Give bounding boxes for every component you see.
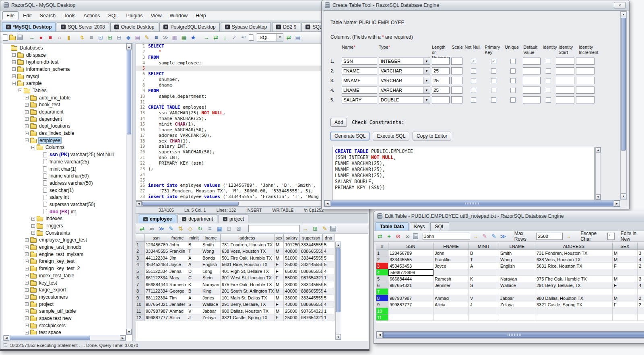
table-cell[interactable]: 5631 Rice, Houston TX [535,263,613,269]
go-arrow-icon[interactable]: → [472,232,479,240]
table-cell[interactable]: M [275,241,284,248]
tree-item[interactable]: +information_schema [3,66,126,73]
not-null-checkbox[interactable] [471,68,476,74]
column-type-select[interactable]: VARCHAR▼ [379,67,430,74]
table-cell[interactable]: 333445555 [300,281,323,288]
table-cell[interactable]: 731 Fondren, Houston TX [535,250,613,256]
tree-item[interactable]: +foreign_key_test_2 [3,265,126,272]
not-null-checkbox[interactable]: ✓ [471,59,476,64]
columns-icon[interactable]: ≡ [206,225,214,233]
table-cell[interactable]: 4 [323,268,334,275]
column-header-fname[interactable]: fname [168,234,187,241]
tree-expander-icon[interactable]: + [25,110,29,114]
scrollbar-thumb[interactable] [142,202,239,206]
scrollbar-thumb[interactable] [331,201,613,206]
table-cell[interactable] [469,308,499,314]
scroll-right-icon[interactable]: ▶ [120,335,126,341]
tree-expander-icon[interactable]: + [25,96,29,99]
table-cell[interactable]: 888666555 [300,301,323,308]
table-cell[interactable]: 1 [323,275,334,282]
new-connection-icon[interactable]: ● [37,33,45,41]
tree-expander-icon[interactable]: + [25,331,29,334]
unique-checkbox[interactable] [510,97,516,103]
menu-edit[interactable]: Edit [19,12,35,20]
table-cell[interactable]: 5 [323,241,334,248]
column-header-sex[interactable]: sex [275,234,284,241]
table-cell[interactable]: Narayan [499,276,535,282]
reload-icon[interactable]: ↻ [196,225,204,233]
tree-item[interactable]: superssn varchar(50) [3,201,126,208]
tree-item[interactable]: +project [3,301,126,308]
profile-icon[interactable]: ▥ [171,33,179,41]
tree-expander-icon[interactable]: + [25,117,29,121]
chevron-down-icon[interactable]: ▼ [423,58,430,64]
copy-results-icon[interactable]: ⊟ [115,33,123,41]
validate-icon[interactable]: ✓ [230,33,238,41]
column-header-fname[interactable]: FNAME [433,243,469,250]
table-cell[interactable]: Narayan [201,281,221,288]
column-header-ssn[interactable]: SSN [388,243,433,250]
auto-commit-icon[interactable]: ⇄ [285,33,293,41]
table-cell[interactable]: 731 Fondren, Houston TX [221,241,275,248]
table-cell[interactable]: M [275,308,284,315]
close-tab-icon[interactable]: × [182,217,186,221]
table-cell[interactable]: 201 South St, Arlington TX [221,288,275,295]
column-type-select[interactable]: VARCHAR▼ [379,77,430,84]
table-row[interactable]: 3453453453JoyceAEnglish5631 Rice, Housto… [376,263,644,269]
column-type-select[interactable]: DOUBLE▼ [379,96,430,103]
menu-view[interactable]: View [147,12,165,20]
table-cell[interactable]: 333445555 [300,241,323,248]
new-file-icon[interactable] [3,34,8,41]
table-cell[interactable]: 5566778899 [388,269,433,276]
table-row[interactable]: 10987654321JenniferSWallace291 Berry, Be… [136,301,334,308]
table-row[interactable]: 1123456789JohnBSmith731 Fondren, Houston… [136,241,334,248]
table-cell[interactable] [535,308,613,314]
table-cell[interactable]: M [275,281,284,288]
table-cell[interactable]: B [187,241,201,248]
table-cell[interactable]: F [275,268,284,275]
table-cell[interactable] [499,269,535,276]
table-cell[interactable]: J [469,301,499,308]
results-vertical-scrollbar[interactable]: ▲ ▼ [335,241,341,340]
tree-expander-icon[interactable]: − [19,89,22,92]
table-cell[interactable]: C [187,275,201,282]
filter-icon[interactable]: ≫ [500,232,507,240]
results-tab-project[interactable]: ×project [219,215,248,223]
schema-browser-icon[interactable]: ▤ [134,33,142,41]
table-cell[interactable]: 3 [638,250,644,256]
table-cell[interactable]: F [613,263,638,269]
unique-checkbox[interactable] [510,78,516,83]
tree-expander-icon[interactable]: + [25,302,29,306]
dialog-vertical-scrollbar[interactable]: ▲ ▼ [620,11,627,200]
table-cell[interactable]: 999887777 [144,315,168,322]
scroll-down-icon[interactable]: ▼ [596,194,601,200]
max-rows-input[interactable] [536,233,563,240]
table-cell[interactable]: 987987987 [144,308,168,315]
view-icon[interactable]: ∞ [404,232,411,240]
table-cell[interactable]: Ramesh [433,276,469,282]
tree-expander-icon[interactable]: + [12,60,16,64]
escape-char-input[interactable] [607,233,615,240]
table-cell[interactable]: 301 West St. Houston TX [221,275,275,282]
table-cell[interactable]: 25000 [284,262,300,268]
table-cell[interactable] [388,314,433,321]
scrollbar-thumb[interactable] [336,248,341,312]
go-arrow-icon[interactable]: → [565,232,572,240]
column-header-sex[interactable]: SEX [613,243,638,250]
identity-checkbox[interactable] [546,68,551,74]
primary-key-checkbox[interactable]: ✓ [491,59,496,64]
table-cell[interactable]: 453453453 [144,262,168,268]
table-row[interactable]: 1123456789JohnBSmith731 Fondren, Houston… [376,250,644,256]
chevron-down-icon[interactable]: ▼ [423,68,430,74]
table-cell[interactable]: V [469,295,499,301]
save-results-icon[interactable] [330,226,336,231]
table-cell[interactable]: M [613,295,638,301]
table-cell[interactable]: 401 High St, Bellaire TX [221,268,275,275]
table-cell[interactable]: Smith [499,250,535,256]
tree-expander-icon[interactable]: + [31,224,35,228]
table-cell[interactable]: 101 Main St, Dallas TX [221,295,275,301]
tree-item[interactable]: +engine_test_myisam [3,251,126,258]
table-cell[interactable]: 5 [323,262,334,268]
table-cell[interactable]: S [469,282,499,289]
scale-input[interactable] [451,96,462,103]
